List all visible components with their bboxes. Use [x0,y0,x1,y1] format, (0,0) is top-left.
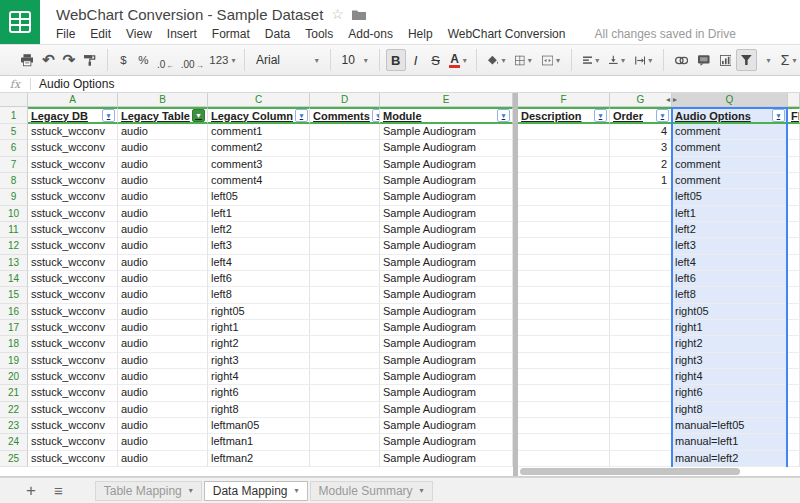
cell[interactable] [518,173,610,189]
cell[interactable]: right6 [208,385,310,401]
cell[interactable] [610,320,672,336]
cell[interactable]: sstuck_wcconv [28,189,118,205]
menu-help[interactable]: Help [408,27,433,41]
decrease-decimal-button[interactable]: .0 ← [153,49,177,71]
cell[interactable]: leftman05 [208,418,310,434]
cell[interactable] [788,238,800,254]
cell[interactable] [518,369,610,385]
insert-comment-button[interactable] [693,49,715,71]
cell[interactable]: right8 [208,402,310,418]
cell[interactable]: comment [672,157,788,173]
cell[interactable]: Sample Audiogram [380,418,513,434]
cell[interactable] [788,255,800,271]
cell[interactable]: audio [118,418,208,434]
row-number-16[interactable]: 16 [0,304,28,320]
row-number-13[interactable]: 13 [0,255,28,271]
cell[interactable] [788,173,800,189]
bold-button[interactable]: B [386,49,406,71]
filter-views-caret[interactable]: ▾ [757,49,777,71]
cell[interactable]: Sample Audiogram [380,451,513,467]
cell[interactable] [518,206,610,222]
row-number-7[interactable]: 7 [0,157,28,173]
cell[interactable]: left8 [208,287,310,303]
cell[interactable]: manual=left05 [672,418,788,434]
filter-dropdown-button[interactable]: ▾ [372,109,380,122]
filter-dropdown-button[interactable]: ▾ [497,109,510,122]
cell[interactable] [518,304,610,320]
column-letter-D[interactable]: D [310,93,380,107]
cell[interactable] [788,418,800,434]
add-sheet-button[interactable]: + [26,481,36,501]
cell[interactable] [518,336,610,352]
cell[interactable]: comment4 [208,173,310,189]
cell[interactable]: right05 [208,304,310,320]
cell[interactable]: right05 [672,304,788,320]
cell[interactable] [518,451,610,467]
cell[interactable]: right4 [208,369,310,385]
folder-icon[interactable] [352,9,366,20]
row-number-8[interactable]: 8 [0,173,28,189]
menu-data[interactable]: Data [265,27,290,41]
cell[interactable] [610,402,672,418]
formula-input[interactable]: Audio Options [39,77,114,91]
cell[interactable]: sstuck_wcconv [28,451,118,467]
row-number-23[interactable]: 23 [0,418,28,434]
cell[interactable] [518,287,610,303]
cell[interactable]: 1 [610,173,672,189]
cell[interactable]: comment [672,140,788,156]
cell[interactable] [518,157,610,173]
cell[interactable]: left1 [672,206,788,222]
column-letter-C[interactable]: C [208,93,310,107]
cell[interactable] [310,140,380,156]
row-number-9[interactable]: 9 [0,189,28,205]
paint-format-button[interactable] [79,49,101,71]
cell[interactable] [788,189,800,205]
filter-dropdown-button[interactable]: ▾ [295,109,308,122]
format-currency-button[interactable]: $ [113,49,133,71]
row-number-18[interactable]: 18 [0,336,28,352]
select-all-corner[interactable] [0,93,28,107]
insert-link-button[interactable] [670,49,693,71]
cell[interactable] [518,353,610,369]
cell[interactable]: 2 [610,157,672,173]
cell[interactable]: right2 [208,336,310,352]
cell[interactable] [610,271,672,287]
cell[interactable] [610,369,672,385]
cell[interactable]: sstuck_wcconv [28,353,118,369]
cell[interactable] [610,238,672,254]
cell[interactable]: 4 [610,124,672,140]
cell[interactable]: Sample Audiogram [380,124,513,140]
cell[interactable]: left8 [672,287,788,303]
cell[interactable] [310,255,380,271]
row-number-14[interactable]: 14 [0,271,28,287]
cell[interactable] [310,320,380,336]
cell[interactable]: sstuck_wcconv [28,369,118,385]
filter-dropdown-button[interactable]: ▾ [656,109,669,122]
cell[interactable]: audio [118,320,208,336]
cell[interactable] [610,336,672,352]
row-number-24[interactable]: 24 [0,434,28,450]
cell[interactable]: Sample Audiogram [380,336,513,352]
menu-tools[interactable]: Tools [305,27,333,41]
cell[interactable]: 3 [610,140,672,156]
cell[interactable] [310,402,380,418]
document-title[interactable]: WebChart Conversion - Sample Dataset [56,6,323,23]
cell[interactable] [610,385,672,401]
header-cell-clipped[interactable]: Fl [788,107,800,124]
cell[interactable]: Sample Audiogram [380,238,513,254]
cell[interactable]: audio [118,402,208,418]
cell[interactable] [788,336,800,352]
undo-button[interactable]: ↶ [38,49,58,71]
cell[interactable] [310,189,380,205]
row-number-5[interactable]: 5 [0,124,28,140]
cell[interactable] [788,157,800,173]
cell[interactable]: right8 [672,402,788,418]
cell[interactable]: Sample Audiogram [380,173,513,189]
cell[interactable] [310,173,380,189]
cell[interactable]: sstuck_wcconv [28,124,118,140]
tab-data-mapping[interactable]: Data Mapping ▾ [204,481,308,501]
cell[interactable] [518,385,610,401]
column-letter-E[interactable]: E [380,93,513,107]
cell[interactable]: manual=left1 [672,434,788,450]
cell[interactable]: leftman1 [208,434,310,450]
